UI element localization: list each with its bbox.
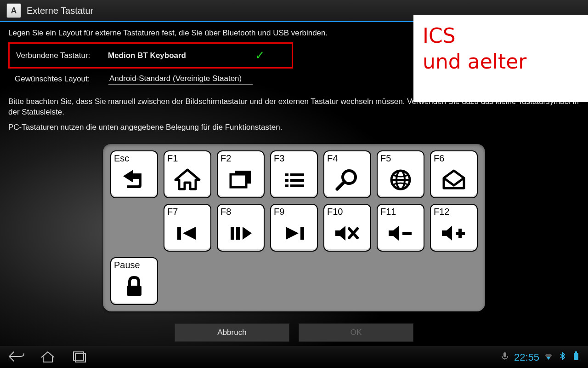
search-icon [327, 164, 368, 196]
svg-rect-3 [290, 173, 304, 176]
annotation-overlay: ICS und aelter [413, 15, 588, 102]
svg-rect-19 [458, 229, 462, 238]
cancel-button[interactable]: Abbruch [175, 323, 289, 342]
key-pause: Pause [110, 257, 158, 305]
key-label: F6 [434, 153, 474, 164]
svg-rect-23 [503, 352, 506, 357]
key-label: F7 [167, 207, 208, 217]
svg-rect-4 [285, 179, 288, 182]
svg-rect-16 [300, 227, 304, 240]
recent-apps-icon [220, 164, 261, 196]
volume-up-icon [434, 217, 474, 249]
key-label: F2 [220, 153, 261, 164]
key-label: F3 [274, 153, 314, 164]
key-f9: F9 [270, 204, 318, 252]
connected-keyboard-value: Medion BT Keyboard [108, 51, 186, 60]
key-label: F5 [380, 153, 421, 164]
key-f10: F10 [323, 204, 371, 252]
svg-rect-24 [574, 353, 578, 360]
key-label: F10 [327, 207, 368, 217]
nav-back-button[interactable] [7, 350, 26, 365]
key-label: F8 [220, 207, 261, 217]
menu-icon [274, 164, 314, 196]
key-label: F9 [274, 207, 314, 217]
key-label: F11 [380, 207, 421, 217]
key-label: Pause [114, 260, 154, 270]
back-icon [114, 164, 154, 196]
key-f12: F12 [430, 204, 478, 252]
connected-keyboard-row: Verbundene Tastatur: Medion BT Keyboard … [8, 42, 293, 69]
svg-line-9 [337, 182, 345, 189]
connected-keyboard-label: Verbundene Tastatur: [16, 51, 108, 60]
svg-rect-7 [290, 184, 304, 187]
mic-icon [500, 351, 509, 363]
key-label: F12 [434, 207, 474, 217]
note-text-2: PC-Tastaturen nutzen die unten angegeben… [8, 122, 580, 133]
home-icon [167, 164, 208, 196]
svg-rect-25 [575, 351, 577, 353]
function-key-grid: Esc F1 F2 F3 [103, 144, 485, 311]
app-icon: A [6, 3, 21, 18]
layout-select-value: Android-Standard (Vereinigte Staaten) [109, 74, 242, 83]
key-f3: F3 [270, 150, 318, 198]
svg-rect-2 [285, 173, 288, 176]
check-icon: ✓ [255, 48, 265, 63]
volume-down-icon [380, 217, 421, 249]
key-label: F1 [167, 153, 208, 164]
desired-layout-label: Gewünschtes Layout: [15, 75, 107, 84]
key-esc: Esc [110, 150, 158, 198]
key-f8: F8 [217, 204, 265, 252]
ok-button[interactable]: OK [299, 323, 413, 342]
svg-rect-1 [231, 174, 246, 187]
key-f1: F1 [164, 150, 211, 198]
layout-select[interactable]: Android-Standard (Vereinigte Staaten) [108, 73, 253, 85]
dialog-button-bar: Abbruch OK [8, 323, 580, 342]
annotation-line2: und aelter [423, 49, 579, 75]
play-pause-icon [220, 217, 261, 249]
svg-rect-20 [127, 286, 141, 296]
desired-layout-row[interactable]: Gewünschtes Layout: Android-Standard (Ve… [8, 69, 293, 89]
key-label: F4 [327, 153, 368, 164]
key-f7: F7 [164, 204, 211, 252]
svg-rect-14 [231, 227, 234, 240]
svg-rect-13 [177, 227, 181, 240]
key-f11: F11 [377, 204, 424, 252]
svg-rect-5 [290, 179, 304, 182]
wifi-icon [544, 351, 553, 363]
bluetooth-icon [558, 351, 567, 363]
key-f2: F2 [217, 150, 265, 198]
annotation-line1: ICS [423, 23, 579, 49]
mail-icon [434, 164, 474, 196]
prev-track-icon [167, 217, 208, 249]
key-f4: F4 [323, 150, 371, 198]
key-f6: F6 [430, 150, 478, 198]
battery-icon [571, 351, 581, 363]
status-time: 22:55 [514, 351, 539, 363]
nav-home-button[interactable] [39, 350, 57, 365]
next-track-icon [274, 217, 314, 249]
svg-rect-6 [285, 184, 288, 187]
page-title: Externe Tastatur [27, 6, 93, 16]
system-nav-bar: 22:55 [0, 346, 588, 368]
globe-icon [380, 164, 421, 196]
svg-rect-15 [236, 227, 240, 240]
lock-icon [114, 270, 154, 302]
mute-icon [327, 217, 368, 249]
key-f5: F5 [377, 150, 424, 198]
key-label: Esc [114, 153, 154, 164]
nav-recent-button[interactable] [70, 350, 88, 365]
svg-rect-17 [402, 232, 412, 235]
